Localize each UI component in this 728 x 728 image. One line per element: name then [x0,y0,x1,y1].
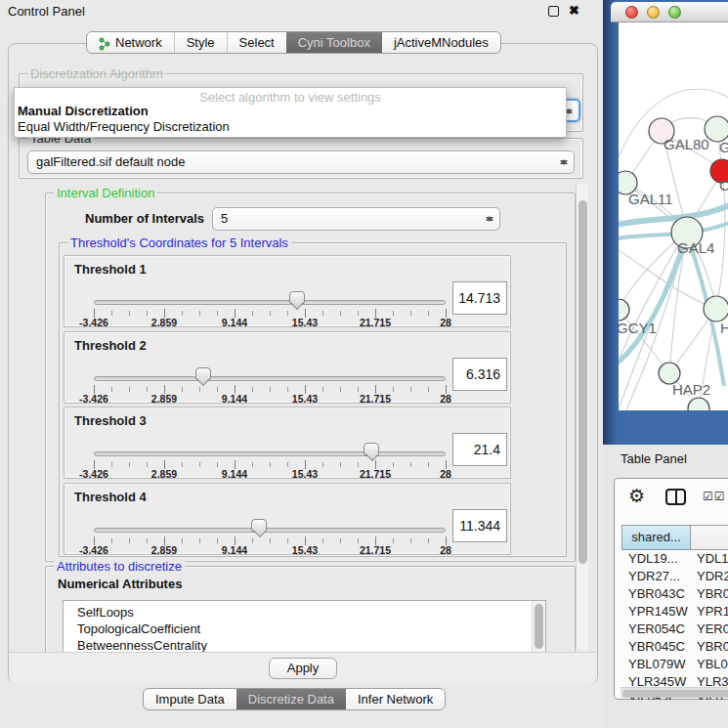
tick-label: 2.859 [151,393,177,405]
tab-jactive-label: jActiveMNodules [394,35,489,50]
apply-button[interactable]: Apply [269,658,337,679]
threshold-4-slider-thumb[interactable] [251,519,267,532]
threshold-3-slider-thumb[interactable] [364,443,379,455]
table-row[interactable]: YER054CYER0 [621,621,728,639]
node-label: GAL11 [628,191,673,207]
threshold-3-slider-track[interactable] [94,451,446,456]
control-panel-title: Control Panel [8,4,85,19]
threshold-4-slider-track[interactable] [94,528,446,533]
dropdown-option-equal-width[interactable]: Equal Width/Frequency Discretization [15,118,566,134]
table-row[interactable]: YDR27...YDR2 [621,569,728,586]
tab-jactivemnodules[interactable]: jActiveMNodules [382,32,500,53]
network-canvas[interactable]: GAL80 GA C GAL11 GAL4 GCY1 H HAP2 [619,22,728,410]
tick-label: 21.715 [360,544,391,556]
column-header-name[interactable]: n [691,525,728,550]
interval-definition-title: Interval Definition [54,186,157,200]
cell: YBR045C [628,639,685,654]
tab-select[interactable]: Select [227,32,286,53]
network-node-gcy1[interactable] [619,299,629,321]
network-node-h[interactable] [704,296,728,321]
tab-style[interactable]: Style [174,32,227,53]
tab-impute-data[interactable]: Impute Data [144,689,236,709]
threshold-1-block: Threshold 1 -3.426 2.859 9.144 15.43 21.… [64,255,511,327]
table-row[interactable]: YBL079WYBL0 [621,657,728,674]
tick-label: 9.144 [222,393,247,405]
table-row[interactable]: YBR045CYBR0 [621,639,728,657]
tick-label: -3.426 [79,317,108,328]
panel-scrollbar-thumb[interactable] [578,200,587,564]
minimize-traffic-light[interactable] [647,6,660,19]
table-horizontal-scrollbar[interactable] [621,687,728,698]
network-icon [99,37,110,51]
network-node[interactable] [688,398,709,410]
node-label: HAP2 [672,381,710,398]
cell: YDL1 [697,551,728,566]
tick-label: 2.859 [151,544,177,556]
slider-tick-labels: -3.426 2.859 9.144 15.43 21.715 28 [64,468,512,480]
node-label: GCY1 [619,320,657,336]
table-horizontal-scrollbar-thumb[interactable] [622,690,728,698]
threshold-3-block: Threshold 3 -3.426 2.859 9.144 15.43 21.… [64,407,511,479]
threshold-3-value-field[interactable]: 21.4 [452,433,507,466]
right-panel: GAL80 GA C GAL11 GAL4 GCY1 H HAP2 Table … [603,0,728,728]
tick-label: 2.859 [151,468,177,480]
tick-label: 21.715 [360,393,391,405]
threshold-2-label: Threshold 2 [74,338,147,353]
gear-icon[interactable]: ⚙ [628,485,645,507]
list-scrollbar-thumb[interactable] [535,604,543,649]
table-row[interactable]: YBR043CYBR0 [621,586,728,604]
control-panel-titlebar: Control Panel ✖ [0,0,603,21]
tab-discretize-data[interactable]: Discretize Data [236,689,346,709]
threshold-4-block: Threshold 4 -3.426 2.859 9.144 15.43 21.… [64,483,511,555]
apply-bar: Apply [9,652,597,684]
node-label: GA [719,139,728,155]
list-item[interactable]: TopologicalCoefficient [64,621,545,637]
tab-infer-label: Infer Network [358,692,433,707]
thresholds-group-title: Threshold's Coordinates for 5 Intervals [67,236,291,250]
tick-label: 28 [440,468,451,480]
num-intervals-combobox[interactable]: 5 [212,207,500,231]
panel-scrollbar[interactable] [576,185,588,650]
cell: YER0 [697,621,728,636]
tab-discretize-label: Discretize Data [248,692,334,707]
cell: YBR0 [697,586,728,601]
threshold-1-slider-track[interactable] [94,300,446,305]
threshold-1-value-field[interactable]: 14.713 [452,281,507,315]
table-row[interactable]: YDL19...YDL1 [621,551,728,569]
num-intervals-label: Number of Intervals [85,211,204,226]
tick-label: 15.43 [292,468,318,480]
dropdown-option-manual[interactable]: Manual Discretization [15,103,566,118]
tab-network[interactable]: Network [87,32,174,53]
app-root: Control Panel ✖ Network Style Select Cyn… [0,0,728,728]
checkbox-icons[interactable]: ☑☑ [703,490,726,503]
tick-label: 28 [440,317,451,328]
table-row[interactable]: YPR145WYPR1 [621,604,728,621]
float-window-icon[interactable] [548,6,559,17]
tab-cyni-toolbox[interactable]: Cyni Toolbox [286,32,382,53]
split-columns-icon[interactable] [665,489,686,505]
threshold-2-slider-thumb[interactable] [195,367,211,380]
table-data-value: galFiltered.sif default node [36,154,185,169]
dropdown-placeholder: Select algorithm to view settings [15,88,566,103]
threshold-4-value-field[interactable]: 11.344 [452,509,507,542]
tick-label: 9.144 [222,544,247,556]
list-item[interactable]: SelfLoops [64,601,545,621]
tick-label: 2.859 [151,317,177,328]
close-traffic-light[interactable] [625,6,638,19]
slider-tick-labels: -3.426 2.859 9.144 15.43 21.715 28 [64,317,512,328]
cell: YDR2 [697,569,728,583]
tab-infer-network[interactable]: Infer Network [346,689,445,709]
algorithm-group-title: Discretization Algorithm [27,66,166,81]
tick-label: 28 [440,544,451,556]
table-panel-title: Table Panel [603,445,728,474]
table-data-combobox[interactable]: galFiltered.sif default node [27,150,575,174]
column-header-shared[interactable]: shared... [621,525,691,550]
threshold-4-label: Threshold 4 [74,490,147,504]
interval-definition-group: Interval Definition Number of Intervals … [45,193,576,562]
close-icon[interactable]: ✖ [569,3,579,18]
zoom-traffic-light[interactable] [668,6,681,19]
threshold-2-value-field[interactable]: 6.316 [452,358,507,391]
threshold-2-slider-track[interactable] [94,376,446,381]
threshold-1-slider-thumb[interactable] [289,291,305,304]
tab-style-label: Style [187,35,215,50]
